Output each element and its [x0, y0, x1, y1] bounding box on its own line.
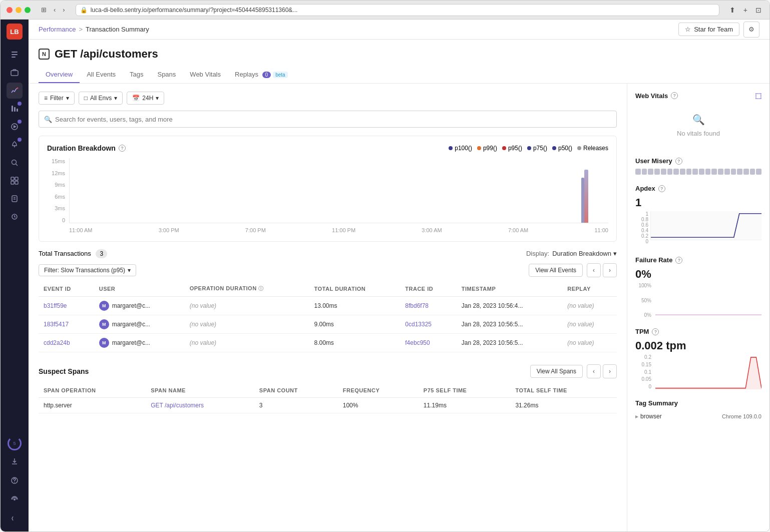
apdex-y-axis: 1 0.8 0.6 0.4 0.2 0 [635, 211, 649, 240]
maximize-button[interactable] [25, 7, 31, 13]
tpm-y-02: 0.2 [644, 354, 651, 360]
search-bar[interactable]: 🔍 [39, 111, 617, 128]
chart-body: 15ms 12ms 9ms 6ms 3ms 0 [47, 158, 608, 233]
time-calendar-icon: 📅 [132, 95, 140, 102]
display-control[interactable]: Display: Duration Breakdown ▾ [526, 250, 617, 257]
sidebar-item-replays[interactable] [7, 119, 23, 135]
col-timestamp: TIMESTAMP [457, 281, 562, 297]
search-input[interactable] [55, 116, 611, 123]
sidebar-item-profiling[interactable] [7, 101, 23, 117]
next-page-button[interactable]: › [603, 263, 617, 277]
sidebar-item-download[interactable] [7, 453, 23, 469]
sidebar-toggle-button[interactable]: ⊞ [39, 5, 49, 15]
sidebar-item-monitors[interactable] [7, 209, 23, 225]
failure-y-0: 0% [644, 312, 651, 318]
legend-p100-label: p100() [455, 145, 472, 152]
event-id-3[interactable]: cdd2a24b [44, 339, 70, 346]
settings-button[interactable]: ⚙ [743, 22, 759, 38]
web-vitals-help-icon[interactable]: ? [671, 92, 678, 99]
tab-web-vitals[interactable]: Web Vitals [183, 67, 228, 83]
view-all-spans-button[interactable]: View All Spans [530, 365, 583, 378]
user-avatar-2: M [99, 319, 109, 329]
legend-p50-dot [552, 146, 556, 150]
sidebar-item-issues[interactable] [7, 47, 23, 63]
span-p75-1: 11.19ms [419, 398, 511, 413]
event-id-1[interactable]: b31ff59e [44, 302, 67, 309]
share-button[interactable]: ⬆ [727, 5, 737, 15]
tabs-button[interactable]: ⊡ [753, 5, 763, 15]
total-tx-label: Total Transactions [39, 250, 91, 257]
star-icon: ☆ [685, 26, 691, 33]
no-vitals-message: 🔍 No vitals found [635, 104, 761, 147]
span-operation-1: http.server [39, 398, 146, 413]
failure-rate-help-icon[interactable]: ? [675, 257, 682, 264]
span-row: http.server GET /api/customers 3 100% 11… [39, 398, 617, 413]
tab-all-events[interactable]: All Events [80, 67, 123, 83]
y-15ms: 15ms [52, 158, 65, 164]
tpm-help-icon[interactable]: ? [652, 328, 659, 335]
legend-p95-label: p95() [508, 145, 522, 152]
events-table-section: Filter: Slow Transactions (p95) ▾ View A… [39, 263, 617, 352]
trace-id-1[interactable]: 8fbd6f78 [405, 302, 429, 309]
user-misery-help-icon[interactable]: ? [675, 158, 682, 165]
close-button[interactable] [7, 7, 13, 13]
apdex-y-04: 0.4 [641, 228, 648, 233]
display-value[interactable]: Duration Breakdown ▾ [552, 250, 617, 257]
col-op-duration: OPERATION DURATION ⓘ [185, 281, 309, 297]
avatar[interactable]: LB [7, 24, 23, 40]
sidebar-item-alerts[interactable] [7, 137, 23, 153]
chart-help-icon[interactable]: ? [119, 145, 126, 152]
minimize-button[interactable] [16, 7, 22, 13]
trace-id-2[interactable]: 0cd13325 [405, 321, 432, 328]
span-col-operation: SPAN OPERATION [39, 383, 146, 398]
svg-rect-2 [12, 57, 16, 58]
failure-rate-title-inner: Failure Rate ? [635, 256, 682, 264]
sidebar-item-discover[interactable] [7, 155, 23, 171]
title-bar-right: ⬆ + ⊡ [727, 5, 763, 15]
view-all-events-button[interactable]: View All Events [529, 264, 583, 277]
back-button[interactable]: ‹ [51, 5, 58, 15]
tag-summary-content: ▶ browser Chrome 109.0.0 [635, 411, 761, 422]
env-filter-button[interactable]: □ All Envs ▾ [79, 92, 123, 105]
tab-overview[interactable]: Overview [39, 67, 80, 83]
span-name-1[interactable]: GET /api/customers [151, 402, 204, 409]
event-id-2[interactable]: 183f5417 [44, 321, 69, 328]
apdex-y-02: 0.2 [641, 233, 648, 239]
sidebar-item-help[interactable] [7, 472, 23, 488]
web-vitals-external-link-icon[interactable]: ⬚ [755, 92, 761, 100]
tab-spans[interactable]: Spans [150, 67, 183, 83]
y-12ms: 12ms [52, 170, 65, 176]
new-tab-button[interactable]: + [741, 5, 749, 15]
apdex-help-icon[interactable]: ? [658, 185, 665, 192]
sidebar-item-releases[interactable] [7, 191, 23, 207]
tab-tags[interactable]: Tags [123, 67, 150, 83]
svg-rect-14 [11, 177, 14, 180]
sidebar-item-collapse[interactable] [7, 510, 23, 526]
tpm-y-01: 0.1 [644, 369, 651, 375]
sidebar-item-projects[interactable] [7, 65, 23, 81]
suspect-spans-section: Suspect Spans View All Spans ‹ › [39, 364, 617, 413]
env-calendar-icon: □ [84, 95, 88, 102]
user-cell-3: M margaret@c... [99, 338, 180, 348]
sidebar-item-broadcast[interactable] [7, 491, 23, 507]
onboarding-progress[interactable]: 5 [7, 435, 23, 451]
slow-transactions-filter[interactable]: Filter: Slow Transactions (p95) ▾ [39, 264, 136, 276]
sidebar-item-performance[interactable] [7, 83, 23, 99]
chart-y-axis: 15ms 12ms 9ms 6ms 3ms 0 [47, 158, 67, 223]
filter-button[interactable]: ≡ Filter ▾ [39, 92, 75, 105]
x-11pm: 11:00 PM [332, 227, 355, 233]
tpm-svg [655, 354, 761, 389]
misery-seg [654, 169, 660, 175]
sidebar-item-dashboards[interactable] [7, 173, 23, 189]
time-filter-button[interactable]: 📅 24H ▾ [127, 92, 164, 105]
spans-next-button[interactable]: › [603, 364, 617, 378]
trace-id-3[interactable]: f4ebc950 [405, 339, 430, 346]
prev-page-button[interactable]: ‹ [587, 263, 601, 277]
spans-prev-button[interactable]: ‹ [587, 364, 601, 378]
tab-replays[interactable]: Replays 0beta [228, 67, 295, 83]
star-for-team-button[interactable]: ☆ Star for Team [678, 23, 739, 36]
address-bar[interactable]: 🔒 luca-di-bello.sentry.io/performance/su… [76, 4, 719, 16]
tag-row-left[interactable]: ▶ browser [635, 413, 662, 420]
forward-button[interactable]: › [60, 5, 67, 15]
breadcrumb-performance[interactable]: Performance [39, 26, 76, 33]
